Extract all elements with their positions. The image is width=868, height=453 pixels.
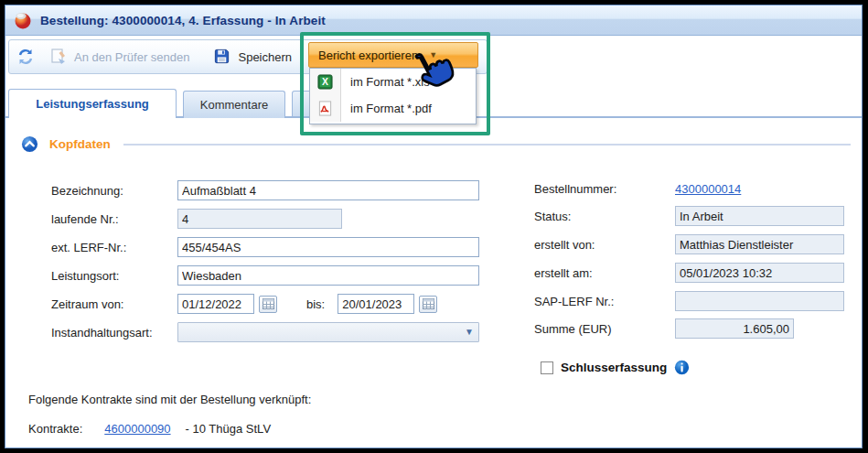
sap-lerf-input bbox=[675, 291, 844, 311]
instandhaltungsart-dropdown[interactable]: ▼ bbox=[177, 322, 479, 342]
leistungsort-input[interactable] bbox=[177, 265, 479, 286]
erstellt-am-label: erstellt am: bbox=[534, 266, 675, 280]
svg-text:X: X bbox=[322, 77, 328, 87]
laufende-nr-input bbox=[177, 209, 342, 229]
collapse-up-icon[interactable] bbox=[21, 135, 38, 153]
kontrakte-row: Kontrakte: 4600000090 - 10 Thüga StLV bbox=[28, 422, 271, 436]
menu-item-export-pdf[interactable]: im Format *.pdf bbox=[310, 95, 476, 122]
schlusserfassung-checkbox[interactable] bbox=[541, 361, 553, 374]
send-document-icon bbox=[49, 48, 68, 66]
export-report-button[interactable]: Bericht exportieren ▼ bbox=[308, 42, 478, 68]
bestellnummer-label: Bestellnummer: bbox=[534, 182, 675, 196]
erstellt-von-input bbox=[675, 234, 844, 254]
zeitraum-bis-input[interactable] bbox=[338, 294, 414, 314]
zeitraum-von-label: Zeitraum von: bbox=[51, 297, 177, 311]
bestellnummer-link[interactable]: 4300000014 bbox=[675, 182, 741, 196]
title-bar: Bestellung: 4300000014, 4. Erfassung - I… bbox=[5, 5, 862, 36]
field-row-zeitraum: Zeitraum von: bis: bbox=[51, 294, 437, 314]
field-row-erstellt-am: erstellt am: bbox=[534, 263, 844, 283]
refresh-icon[interactable] bbox=[16, 48, 35, 66]
chevron-down-icon: ▼ bbox=[465, 327, 474, 337]
screenshot-frame: Bestellung: 4300000014, 4. Erfassung - I… bbox=[0, 0, 868, 453]
save-label: Speichern bbox=[238, 50, 292, 64]
calendar-icon[interactable] bbox=[419, 296, 437, 313]
save-button[interactable]: Speichern bbox=[208, 45, 297, 69]
field-row-instandhaltungsart: Instandhaltungsart: ▼ bbox=[51, 322, 479, 342]
info-icon[interactable] bbox=[674, 360, 690, 375]
kontrakt-link[interactable]: 4600000090 bbox=[104, 422, 170, 436]
section-title: Kopfdaten bbox=[49, 137, 111, 151]
bezeichnung-label: Bezeichnung: bbox=[51, 184, 177, 198]
calendar-icon[interactable] bbox=[259, 296, 277, 313]
tab-leistungserfassung[interactable]: Leistungserfassung bbox=[8, 89, 177, 118]
excel-icon: X bbox=[317, 74, 333, 90]
menu-item-label: im Format *.pdf bbox=[341, 102, 432, 115]
send-to-reviewer-button[interactable]: An den Prüfer senden bbox=[44, 45, 195, 69]
kopfdaten-section-header: Kopfdaten bbox=[21, 135, 851, 153]
export-report-label: Bericht exportieren bbox=[318, 49, 418, 62]
export-dropdown-menu: X im Format *.xls im Format *.pdf bbox=[309, 68, 477, 124]
application-window: Bestellung: 4300000014, 4. Erfassung - I… bbox=[5, 5, 863, 448]
status-input bbox=[675, 206, 844, 226]
pdf-icon bbox=[317, 101, 333, 116]
field-row-bestellnummer: Bestellnummer: 4300000014 bbox=[534, 182, 741, 196]
kontrakte-intro: Folgende Kontrakte sind mit der Bestellu… bbox=[28, 393, 311, 406]
tab-label: Kommentare bbox=[200, 98, 268, 112]
section-rule bbox=[123, 144, 851, 146]
status-label: Status: bbox=[534, 210, 675, 223]
kontrakte-label: Kontrakte: bbox=[28, 422, 82, 436]
window-title: Bestellung: 4300000014, 4. Erfassung - I… bbox=[40, 14, 326, 27]
erstellt-am-input bbox=[675, 263, 844, 283]
schlusserfassung-row: Schlusserfassung bbox=[541, 360, 690, 375]
kontrakt-description: - 10 Thüga StLV bbox=[186, 422, 271, 436]
laufende-nr-label: laufende Nr.: bbox=[51, 212, 177, 226]
app-logo-icon bbox=[14, 11, 32, 29]
send-to-reviewer-label: An den Prüfer senden bbox=[74, 50, 189, 64]
chevron-down-icon: ▼ bbox=[429, 50, 437, 59]
field-row-leistungsort: Leistungsort: bbox=[51, 265, 479, 286]
summe-input bbox=[675, 318, 794, 339]
tab-kommentare[interactable]: Kommentare bbox=[183, 91, 285, 118]
field-row-bezeichnung: Bezeichnung: bbox=[51, 180, 479, 200]
bezeichnung-input[interactable] bbox=[177, 180, 479, 200]
field-row-sap-lerf: SAP-LERF Nr.: bbox=[534, 291, 844, 311]
zeitraum-von-input[interactable] bbox=[177, 294, 254, 314]
instandhaltungsart-label: Instandhaltungsart: bbox=[51, 326, 177, 340]
ext-lerf-label: ext. LERF-Nr.: bbox=[51, 241, 177, 254]
schlusserfassung-label: Schlusserfassung bbox=[561, 361, 667, 374]
leistungsort-label: Leistungsort: bbox=[51, 269, 177, 283]
bis-label: bis: bbox=[306, 297, 325, 311]
ext-lerf-input[interactable] bbox=[177, 237, 479, 257]
tab-label: Leistungserfassung bbox=[36, 97, 149, 111]
menu-item-label: im Format *.xls bbox=[341, 75, 430, 89]
field-row-status: Status: bbox=[534, 206, 844, 226]
sap-lerf-label: SAP-LERF Nr.: bbox=[534, 295, 675, 308]
erstellt-von-label: erstellt von: bbox=[534, 238, 675, 252]
save-icon bbox=[213, 48, 231, 66]
field-row-laufende-nr: laufende Nr.: bbox=[51, 209, 342, 229]
field-row-erstellt-von: erstellt von: bbox=[534, 234, 844, 254]
summe-label: Summe (EUR) bbox=[534, 322, 675, 336]
field-row-summe: Summe (EUR) bbox=[534, 318, 794, 339]
menu-item-export-xls[interactable]: X im Format *.xls bbox=[310, 69, 476, 95]
field-row-ext-lerf: ext. LERF-Nr.: bbox=[51, 237, 479, 257]
